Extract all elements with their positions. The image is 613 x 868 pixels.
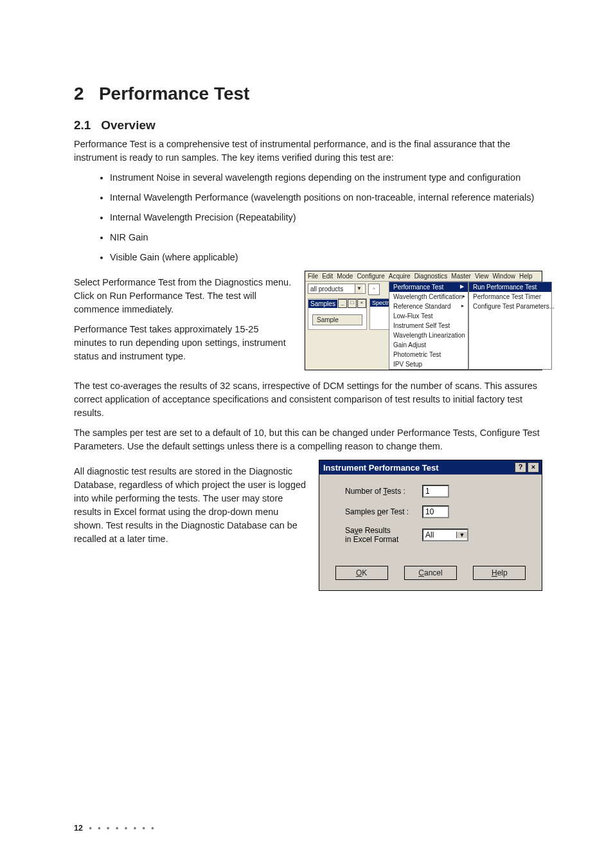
save-results-label: Save Resultsin Excel Format xyxy=(345,526,422,544)
panel-title: Spectra xyxy=(370,299,391,307)
menu-mode[interactable]: Mode xyxy=(337,273,353,280)
menu-file[interactable]: File xyxy=(308,273,318,280)
section-number: 2 xyxy=(74,84,84,104)
sample-button[interactable]: Sample xyxy=(312,314,362,325)
menu-item-config-test-params[interactable]: Configure Test Parameters... xyxy=(469,302,551,311)
figure-menu-screenshot: File Edit Mode Configure Acquire Diagnos… xyxy=(305,271,542,370)
diagnostics-dropdown: Performance Test ▶ Wavelength Certificat… xyxy=(389,282,468,370)
chevron-down-icon: ▼ xyxy=(456,532,467,538)
paragraph: Performance Test takes approximately 15-… xyxy=(74,323,293,363)
menu-item-wavelength-lin[interactable]: Wavelength Linearization xyxy=(389,330,468,340)
combo-value: all products xyxy=(310,285,343,293)
new-doc-icon[interactable]: ▫ xyxy=(368,284,380,295)
menu-item-gain-adjust[interactable]: Gain Adjust xyxy=(389,340,468,350)
performance-test-submenu: Run Performance Test Performance Test Ti… xyxy=(468,282,552,370)
menu-help[interactable]: Help xyxy=(519,273,533,280)
section-title: Performance Test xyxy=(99,84,249,104)
menu-item-self-test[interactable]: Instrument Self Test xyxy=(389,321,468,330)
menu-configure[interactable]: Configure xyxy=(357,273,384,280)
subsection-heading: 2.1 Overview xyxy=(74,118,542,132)
subsection-title: Overview xyxy=(101,118,155,132)
menubar: File Edit Mode Configure Acquire Diagnos… xyxy=(305,271,542,282)
cancel-button[interactable]: Cancel xyxy=(404,566,457,580)
menu-item-perf-timer[interactable]: Performance Test Timer xyxy=(469,292,551,302)
num-tests-label: Number of Tests : xyxy=(345,487,422,496)
minimize-icon[interactable]: _ xyxy=(338,299,347,308)
close-icon[interactable]: × xyxy=(528,462,539,473)
samples-panel: Samples _ □ × Sample xyxy=(308,298,367,330)
menu-item-wavelength-cert[interactable]: Wavelength Certification ▸ xyxy=(389,292,468,302)
list-item: NIR Gain xyxy=(110,231,542,244)
list-item: Internal Wavelength Precision (Repeatabi… xyxy=(110,211,542,224)
product-combo[interactable]: all products ▼ xyxy=(308,284,366,294)
help-button[interactable]: Help xyxy=(473,566,526,580)
list-item: Internal Wavelength Performance (wavelen… xyxy=(110,191,542,204)
paragraph: All diagnostic test results are stored i… xyxy=(74,465,307,546)
samples-per-test-label: Samples per Test : xyxy=(345,507,422,516)
menu-edit[interactable]: Edit xyxy=(322,273,333,280)
help-icon[interactable]: ? xyxy=(515,462,526,473)
paragraph: The test co-averages the results of 32 s… xyxy=(74,379,542,420)
bullet-list: Instrument Noise in several wavelength r… xyxy=(74,171,542,264)
close-icon[interactable]: × xyxy=(357,299,366,308)
ok-button[interactable]: OK xyxy=(335,566,388,580)
menu-window[interactable]: Window xyxy=(492,273,515,280)
select-value: All xyxy=(423,530,456,540)
page-footer: 12 • • • • • • • • xyxy=(74,824,156,833)
list-item: Visible Gain (where applicable) xyxy=(110,251,542,264)
dialog-title: Instrument Performance Test xyxy=(323,463,439,473)
samples-per-test-input[interactable]: 10 xyxy=(422,505,449,518)
menu-master[interactable]: Master xyxy=(451,273,471,280)
dialog-titlebar: Instrument Performance Test ? × xyxy=(319,460,542,475)
menu-item-low-flux[interactable]: Low-Flux Test xyxy=(389,311,468,321)
chevron-right-icon: ▶ xyxy=(460,284,464,291)
menu-diagnostics[interactable]: Diagnostics xyxy=(414,273,448,280)
menu-acquire[interactable]: Acquire xyxy=(389,273,411,280)
list-item: Instrument Noise in several wavelength r… xyxy=(110,171,542,185)
chevron-right-icon: ▸ xyxy=(461,303,464,310)
section-heading: 2 Performance Test xyxy=(74,84,542,104)
page-number: 12 xyxy=(74,824,83,833)
menu-item-run-perf[interactable]: Run Performance Test xyxy=(469,282,551,292)
num-tests-input[interactable]: 1 xyxy=(422,485,449,498)
footer-dots: • • • • • • • • xyxy=(89,824,155,833)
chevron-down-icon: ▼ xyxy=(355,284,363,293)
paragraph: Performance Test is a comprehensive test… xyxy=(74,138,542,165)
chevron-right-icon: ▸ xyxy=(463,293,465,300)
panel-title: Samples xyxy=(308,300,337,308)
subsection-number: 2.1 xyxy=(74,118,91,132)
menu-item-photometric[interactable]: Photometric Test xyxy=(389,350,468,359)
menu-view[interactable]: View xyxy=(475,273,489,280)
save-results-select[interactable]: All ▼ xyxy=(422,529,468,541)
paragraph: Select Performance Test from the Diagnos… xyxy=(74,276,293,316)
menu-item-performance-test[interactable]: Performance Test ▶ xyxy=(389,282,468,292)
spectra-panel: Spectra xyxy=(369,298,391,330)
maximize-icon[interactable]: □ xyxy=(348,299,357,308)
document-page: 2 Performance Test 2.1 Overview Performa… xyxy=(0,0,613,868)
menu-item-reference-standard[interactable]: Reference Standard ▸ xyxy=(389,302,468,311)
figure-dialog-screenshot: Instrument Performance Test ? × Number o… xyxy=(319,460,542,591)
menu-item-ipv-setup[interactable]: IPV Setup xyxy=(389,359,468,369)
paragraph: The samples per test are set to a defaul… xyxy=(74,426,542,453)
